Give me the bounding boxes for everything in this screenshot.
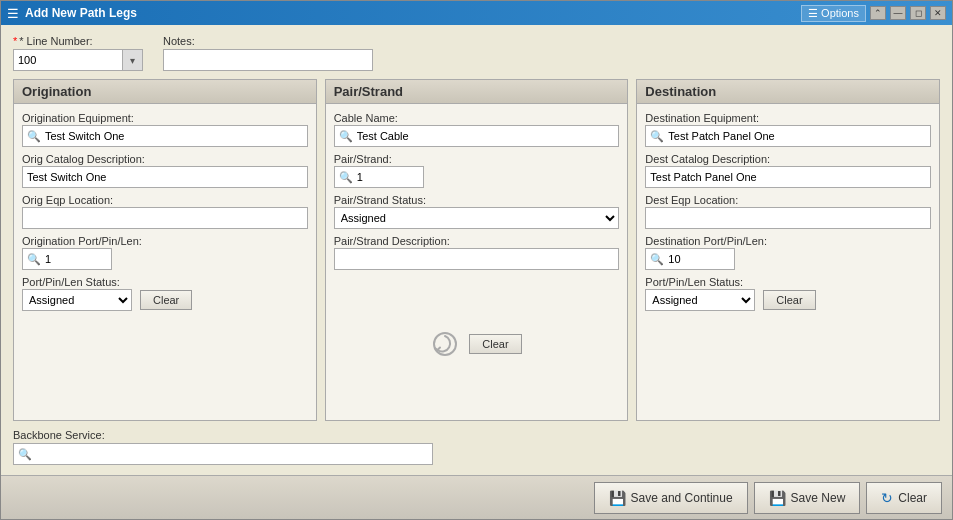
pair-status-select[interactable]: Assigned Available Reserved — [334, 207, 620, 229]
orig-clear-button[interactable]: Clear — [140, 290, 192, 310]
pair-input-wrap[interactable]: 🔍 — [334, 166, 424, 188]
dest-port-input-wrap[interactable]: 🔍 — [645, 248, 735, 270]
content-area: ** Line Number: ▾ Notes: Origination Ori… — [1, 25, 952, 475]
options-button[interactable]: ☰ Options — [801, 5, 866, 22]
title-bar-controls: ☰ Options ⌃ — ◻ ✕ — [801, 5, 946, 22]
pair-strand-body: Cable Name: 🔍 Pair/Strand: 🔍 — [326, 104, 628, 420]
required-star: * — [13, 35, 17, 47]
backbone-search-icon: 🔍 — [18, 448, 32, 461]
line-number-btn[interactable]: ▾ — [123, 49, 143, 71]
save-new-label: Save New — [791, 491, 846, 505]
save-continue-button[interactable]: 💾 Save and Continue — [594, 482, 748, 514]
pair-row: Pair/Strand: 🔍 — [334, 153, 620, 188]
clear-button[interactable]: ↻ Clear — [866, 482, 942, 514]
dest-catalog-input[interactable] — [645, 166, 931, 188]
pair-description-row: Pair/Strand Description: — [334, 235, 620, 270]
orig-port-search-icon: 🔍 — [27, 253, 41, 266]
main-window: ☰ Add New Path Legs ☰ Options ⌃ — ◻ ✕ **… — [0, 0, 953, 520]
orig-status-row: Port/Pin/Len Status: Assigned Available … — [22, 276, 308, 311]
destination-header: Destination — [637, 80, 939, 104]
pair-input[interactable] — [357, 171, 495, 183]
destination-body: Destination Equipment: 🔍 Dest Catalog De… — [637, 104, 939, 420]
dest-status-row: Port/Pin/Len Status: Assigned Available … — [645, 276, 931, 311]
dest-equip-row: Destination Equipment: 🔍 — [645, 112, 931, 147]
dest-port-row: Destination Port/Pin/Len: 🔍 — [645, 235, 931, 270]
save-new-button[interactable]: 💾 Save New — [754, 482, 861, 514]
dest-port-input[interactable] — [668, 253, 806, 265]
dest-equip-label: Destination Equipment: — [645, 112, 931, 124]
cable-name-input[interactable] — [357, 130, 615, 142]
pair-description-label: Pair/Strand Description: — [334, 235, 620, 247]
orig-equip-search-icon: 🔍 — [27, 130, 41, 143]
pair-search-icon: 🔍 — [339, 171, 353, 184]
save-continue-label: Save and Continue — [631, 491, 733, 505]
window-icon: ☰ — [7, 6, 19, 21]
orig-status-select[interactable]: Assigned Available Reserved — [22, 289, 132, 311]
columns-area: Origination Origination Equipment: 🔍 Ori… — [13, 79, 940, 421]
orig-port-input[interactable] — [45, 253, 183, 265]
orig-port-label: Origination Port/Pin/Len: — [22, 235, 308, 247]
origination-panel: Origination Origination Equipment: 🔍 Ori… — [13, 79, 317, 421]
line-number-label: ** Line Number: — [13, 35, 143, 47]
title-bar-left: ☰ Add New Path Legs — [7, 6, 137, 21]
orig-port-input-wrap[interactable]: 🔍 — [22, 248, 112, 270]
orig-catalog-label: Orig Catalog Description: — [22, 153, 308, 165]
orig-status-controls: Assigned Available Reserved Clear — [22, 289, 308, 311]
orig-equip-input-wrap[interactable]: 🔍 — [22, 125, 308, 147]
orig-location-label: Orig Eqp Location: — [22, 194, 308, 206]
orig-catalog-input[interactable] — [22, 166, 308, 188]
orig-equip-input[interactable] — [45, 130, 303, 142]
pair-center-area: Clear — [334, 276, 620, 412]
title-bar: ☰ Add New Path Legs ☰ Options ⌃ — ◻ ✕ — [1, 1, 952, 25]
minimize-button[interactable]: ⌃ — [870, 6, 886, 20]
origination-body: Origination Equipment: 🔍 Orig Catalog De… — [14, 104, 316, 420]
backbone-input-wrap[interactable]: 🔍 — [13, 443, 433, 465]
save-continue-icon: 💾 — [609, 490, 626, 506]
maximize-button[interactable]: ◻ — [910, 6, 926, 20]
dest-status-label: Port/Pin/Len Status: — [645, 276, 931, 288]
dest-status-controls: Assigned Available Reserved Clear — [645, 289, 931, 311]
restore-button[interactable]: — — [890, 6, 906, 20]
close-button[interactable]: ✕ — [930, 6, 946, 20]
footer-bar: 💾 Save and Continue 💾 Save New ↻ Clear — [1, 475, 952, 519]
pair-strand-header: Pair/Strand — [326, 80, 628, 104]
pair-status-label: Pair/Strand Status: — [334, 194, 620, 206]
notes-label: Notes: — [163, 35, 373, 47]
dest-equip-input-wrap[interactable]: 🔍 — [645, 125, 931, 147]
orig-equip-row: Origination Equipment: 🔍 — [22, 112, 308, 147]
backbone-section: Backbone Service: 🔍 — [13, 429, 940, 465]
refresh-icon[interactable] — [431, 330, 459, 358]
dest-equip-search-icon: 🔍 — [650, 130, 664, 143]
dest-location-input[interactable] — [645, 207, 931, 229]
pair-clear-button[interactable]: Clear — [469, 334, 521, 354]
orig-port-row: Origination Port/Pin/Len: 🔍 — [22, 235, 308, 270]
pair-strand-panel: Pair/Strand Cable Name: 🔍 Pair/Strand: 🔍 — [325, 79, 629, 421]
backbone-input[interactable] — [36, 448, 428, 460]
dest-port-label: Destination Port/Pin/Len: — [645, 235, 931, 247]
options-icon: ☰ — [808, 7, 818, 20]
dest-catalog-row: Dest Catalog Description: — [645, 153, 931, 188]
clear-label: Clear — [898, 491, 927, 505]
notes-input[interactable] — [163, 49, 373, 71]
window-title: Add New Path Legs — [25, 6, 137, 20]
destination-panel: Destination Destination Equipment: 🔍 Des… — [636, 79, 940, 421]
cable-search-icon: 🔍 — [339, 130, 353, 143]
dest-clear-button[interactable]: Clear — [763, 290, 815, 310]
pair-label: Pair/Strand: — [334, 153, 620, 165]
orig-location-row: Orig Eqp Location: — [22, 194, 308, 229]
backbone-label: Backbone Service: — [13, 429, 940, 441]
dest-equip-input[interactable] — [668, 130, 926, 142]
dest-status-select[interactable]: Assigned Available Reserved — [645, 289, 755, 311]
clear-icon: ↻ — [881, 490, 893, 506]
dest-location-row: Dest Eqp Location: — [645, 194, 931, 229]
line-number-group: ** Line Number: ▾ — [13, 35, 143, 71]
dest-port-search-icon: 🔍 — [650, 253, 664, 266]
cable-name-label: Cable Name: — [334, 112, 620, 124]
origination-header: Origination — [14, 80, 316, 104]
orig-location-input[interactable] — [22, 207, 308, 229]
dest-location-label: Dest Eqp Location: — [645, 194, 931, 206]
orig-catalog-row: Orig Catalog Description: — [22, 153, 308, 188]
line-number-input[interactable] — [13, 49, 123, 71]
cable-name-input-wrap[interactable]: 🔍 — [334, 125, 620, 147]
pair-description-input[interactable] — [334, 248, 620, 270]
